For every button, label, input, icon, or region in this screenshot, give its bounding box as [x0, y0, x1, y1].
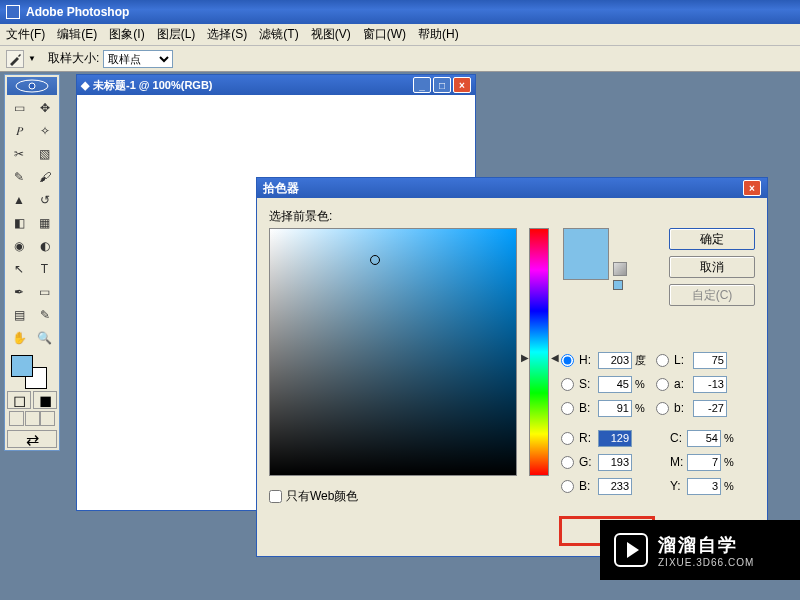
c-input[interactable]: [687, 430, 721, 447]
eyedropper-icon[interactable]: [6, 50, 24, 68]
color-preview: [563, 228, 609, 280]
bb-input[interactable]: [598, 478, 632, 495]
move-tool[interactable]: ✥: [33, 97, 57, 119]
dropdown-arrow-icon[interactable]: ▼: [28, 54, 36, 63]
bb-label: B:: [579, 479, 595, 493]
jump-to-icon[interactable]: ⇄: [7, 430, 57, 448]
wand-tool[interactable]: ✧: [33, 120, 57, 142]
m-input[interactable]: [687, 454, 721, 471]
bv-unit: %: [635, 402, 651, 414]
r-input[interactable]: [598, 430, 632, 447]
menu-image[interactable]: 图象(I): [103, 24, 150, 45]
ok-button[interactable]: 确定: [669, 228, 755, 250]
app-titlebar: Adobe Photoshop: [0, 0, 800, 24]
notes-tool[interactable]: ▤: [7, 304, 31, 326]
doc-close-button[interactable]: ×: [453, 77, 471, 93]
custom-button[interactable]: 自定(C): [669, 284, 755, 306]
sample-size-select[interactable]: 取样点: [103, 50, 173, 68]
toolbox-header-eye-icon: [7, 77, 57, 95]
a-input[interactable]: [693, 376, 727, 393]
document-icon: ◆: [81, 79, 89, 92]
b-input[interactable]: [693, 400, 727, 417]
dodge-tool[interactable]: ◐: [33, 235, 57, 257]
eraser-tool[interactable]: ◧: [7, 212, 31, 234]
mask-mode-row: ◻ ◼: [7, 391, 57, 409]
screen-full-icon[interactable]: [40, 411, 55, 426]
screen-standard-icon[interactable]: [9, 411, 24, 426]
c-label: C:: [670, 431, 684, 445]
menu-help[interactable]: 帮助(H): [412, 24, 465, 45]
s-radio[interactable]: [561, 378, 574, 391]
hand-tool[interactable]: ✋: [7, 327, 31, 349]
slice-tool[interactable]: ▧: [33, 143, 57, 165]
lasso-tool[interactable]: 𝛲: [7, 120, 31, 142]
svg-point-1: [29, 83, 35, 89]
preview-new-color: [564, 229, 608, 254]
document-titlebar[interactable]: ◆ 未标题-1 @ 100%(RGB) _ □ ×: [77, 75, 475, 95]
m-unit: %: [724, 456, 740, 468]
l-radio[interactable]: [656, 354, 669, 367]
a-radio[interactable]: [656, 378, 669, 391]
hue-arrow-right-icon: ◀: [551, 352, 559, 363]
screen-mode-row: [7, 411, 57, 426]
foreground-color-swatch[interactable]: [11, 355, 33, 377]
crop-tool[interactable]: ✂: [7, 143, 31, 165]
bv-input[interactable]: [598, 400, 632, 417]
zoom-tool[interactable]: 🔍: [33, 327, 57, 349]
hue-strip[interactable]: [529, 228, 549, 476]
web-only-checkbox[interactable]: [269, 490, 282, 503]
g-label: G:: [579, 455, 595, 469]
menu-filter[interactable]: 滤镜(T): [253, 24, 304, 45]
app-title: Adobe Photoshop: [26, 5, 129, 19]
preview-old-color[interactable]: [564, 254, 608, 279]
b-radio[interactable]: [656, 402, 669, 415]
b-label: b:: [674, 401, 690, 415]
watermark: 溜溜自学 ZIXUE.3D66.COM: [600, 520, 800, 580]
menu-edit[interactable]: 编辑(E): [51, 24, 103, 45]
menu-layer[interactable]: 图层(L): [151, 24, 202, 45]
l-input[interactable]: [693, 352, 727, 369]
sv-marker-icon: [370, 255, 380, 265]
document-title: 未标题-1 @ 100%(RGB): [93, 78, 213, 93]
cancel-button[interactable]: 取消: [669, 256, 755, 278]
workspace: ▭ ✥ 𝛲 ✧ ✂ ▧ ✎ 🖌 ▲ ↺ ◧ ▦ ◉ ◐ ↖ T ✒ ▭ ▤ ✎ …: [0, 72, 800, 600]
blur-tool[interactable]: ◉: [7, 235, 31, 257]
y-input[interactable]: [687, 478, 721, 495]
gradient-tool[interactable]: ▦: [33, 212, 57, 234]
path-tool[interactable]: ↖: [7, 258, 31, 280]
g-input[interactable]: [598, 454, 632, 471]
stamp-tool[interactable]: ▲: [7, 189, 31, 211]
picker-titlebar[interactable]: 拾色器 ×: [257, 178, 767, 198]
menu-file[interactable]: 文件(F): [0, 24, 51, 45]
websafe-swatch-icon[interactable]: [613, 280, 623, 290]
eyedropper-tool[interactable]: ✎: [33, 304, 57, 326]
menu-select[interactable]: 选择(S): [201, 24, 253, 45]
r-radio[interactable]: [561, 432, 574, 445]
g-radio[interactable]: [561, 456, 574, 469]
menu-window[interactable]: 窗口(W): [357, 24, 412, 45]
quickmask-mode-icon[interactable]: ◼: [33, 391, 57, 409]
menu-view[interactable]: 视图(V): [305, 24, 357, 45]
marquee-tool[interactable]: ▭: [7, 97, 31, 119]
pen-tool[interactable]: ✒: [7, 281, 31, 303]
bv-radio[interactable]: [561, 402, 574, 415]
s-input[interactable]: [598, 376, 632, 393]
c-unit: %: [724, 432, 740, 444]
brush-tool[interactable]: 🖌: [33, 166, 57, 188]
standard-mode-icon[interactable]: ◻: [7, 391, 31, 409]
saturation-value-box[interactable]: [269, 228, 517, 476]
h-input[interactable]: [598, 352, 632, 369]
type-tool[interactable]: T: [33, 258, 57, 280]
web-only-checkbox-row[interactable]: 只有Web颜色: [269, 488, 358, 505]
bb-radio[interactable]: [561, 480, 574, 493]
history-tool[interactable]: ↺: [33, 189, 57, 211]
heal-tool[interactable]: ✎: [7, 166, 31, 188]
shape-tool[interactable]: ▭: [33, 281, 57, 303]
color-swatches: [7, 353, 57, 389]
h-radio[interactable]: [561, 354, 574, 367]
websafe-warning-icon[interactable]: [613, 262, 627, 276]
doc-minimize-button[interactable]: _: [413, 77, 431, 93]
picker-close-button[interactable]: ×: [743, 180, 761, 196]
doc-maximize-button[interactable]: □: [433, 77, 451, 93]
screen-full-menu-icon[interactable]: [25, 411, 40, 426]
